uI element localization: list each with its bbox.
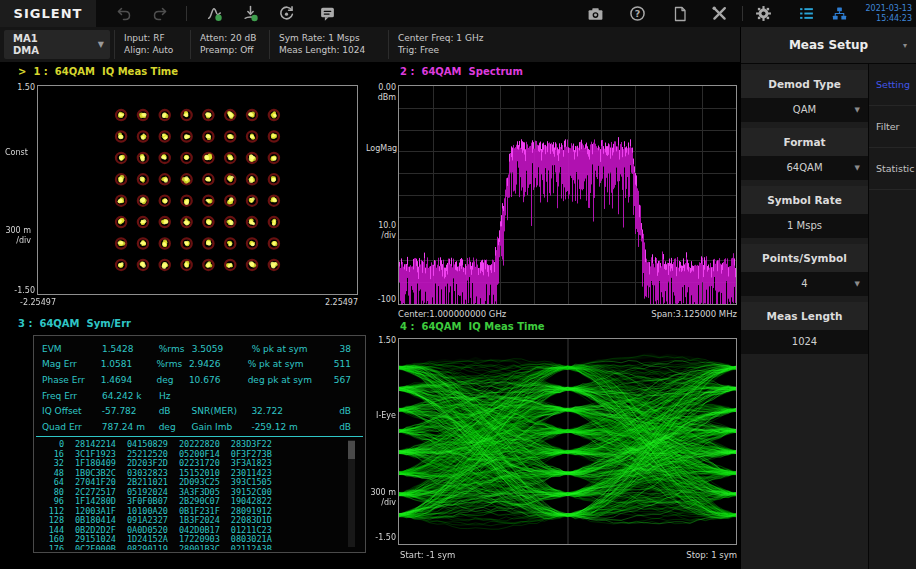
symbol-rate-current: 1 Msps	[787, 220, 822, 231]
meter-select-dropdown[interactable]: MA1 DMA ▼	[4, 30, 110, 59]
stat-unit: dB	[159, 406, 192, 416]
tools-icon[interactable]	[711, 5, 728, 22]
window4-format: 64QAM	[421, 321, 461, 332]
symerr-row: Phase Err 1.4694 deg 10.676 deg pk at sy…	[42, 372, 351, 388]
points-symbol-current: 4	[801, 278, 807, 289]
symerr-table[interactable]: EVM 1.5428 %rms 3.5059 % pk at sym 38 Ma…	[33, 335, 366, 553]
analyzer-screen: SIGLENT	[0, 0, 916, 569]
status-cell-centerfreq: Center Freq: 1 GHz Trig: Free	[388, 30, 538, 59]
lan-icon[interactable]	[831, 5, 848, 22]
meas-length-value[interactable]: 1024 ▼	[741, 330, 868, 354]
tab-setting[interactable]: Setting	[869, 64, 916, 106]
window3-format: 64QAM	[39, 318, 79, 329]
format-value[interactable]: 64QAM ▼	[741, 156, 868, 180]
window1-selector: >	[18, 66, 26, 77]
hex-word: 0C2F000B	[75, 545, 116, 550]
symerr-row: EVM 1.5428 %rms 3.5059 % pk at sym 38	[42, 341, 351, 357]
constellation-plot[interactable]	[37, 85, 358, 295]
symerr-stats: EVM 1.5428 %rms 3.5059 % pk at sym 38 Ma…	[42, 341, 351, 435]
stat-pk-label: deg pk at sym	[248, 375, 334, 385]
w4-stop-label: Stop: 1 sym	[637, 550, 737, 560]
stat-value-rms: 1.5428	[102, 344, 159, 354]
panel-header[interactable]: Meas Setup ▾	[741, 27, 916, 64]
symbol-rate-value[interactable]: 1 Msps ▼	[741, 214, 868, 238]
tab-filter[interactable]: Filter	[869, 106, 916, 148]
panel-tabs: Setting Filter Statistic	[868, 64, 916, 569]
window2-name: Spectrum	[469, 66, 523, 77]
window1-format: 64QAM	[55, 66, 95, 77]
section-meas-length: Meas Length 1024 ▼	[741, 302, 868, 354]
w4-scale-unit-label: /div	[366, 498, 396, 507]
w1-scale-unit-label: /div	[5, 236, 31, 245]
toolbar-separator	[742, 6, 743, 21]
scrollbar-thumb[interactable]	[348, 441, 355, 459]
top-toolbar: SIGLENT	[0, 0, 916, 27]
stat-name: EVM	[42, 344, 102, 354]
w4-y-top-label: 1.50	[366, 336, 396, 345]
peak-search-icon[interactable]	[206, 5, 223, 22]
undo-icon[interactable]	[115, 5, 132, 22]
stat-unit: %rms	[157, 359, 189, 369]
w4-y-bottom-label: -1.50	[366, 533, 396, 542]
panel-sections: Demod Type QAM ▼ Format 64QAM ▼ Symbol R…	[741, 64, 868, 569]
camera-icon[interactable]	[587, 5, 604, 22]
section-demod-type: Demod Type QAM ▼	[741, 70, 868, 122]
message-icon[interactable]	[319, 5, 336, 22]
w2-ref-level-label: 0.00	[366, 83, 396, 92]
symbol-hexdump: 0 28142214 04150829 20222820 283D3F22 16…	[38, 440, 347, 550]
w1-trace-label: Const	[5, 148, 28, 157]
chevron-down-icon: ▼	[855, 98, 860, 122]
chevron-down-icon: ▼	[98, 40, 104, 49]
stat-value-pk: Gain Imb	[192, 422, 252, 432]
w2-scale-unit-label: /div	[366, 231, 396, 240]
window3-title[interactable]: 3 :64QAMSym/Err	[18, 318, 138, 329]
stat-name: Freq Err	[42, 391, 102, 401]
window2-title[interactable]: 2 :64QAMSpectrum	[400, 66, 530, 77]
history-icon[interactable]	[278, 5, 295, 22]
status-cell-atten: Atten: 20 dB Preamp: Off	[190, 30, 265, 59]
w2-ref-unit-label: dBm	[366, 93, 396, 102]
stat-unit: %rms	[159, 344, 192, 354]
tab-statistic[interactable]: Statistic	[869, 148, 916, 190]
points-symbol-value[interactable]: 4 ▼	[741, 272, 868, 296]
section-symbol-rate: Symbol Rate 1 Msps ▼	[741, 186, 868, 238]
window4-title[interactable]: 4 :64QAMIQ Meas Time	[400, 321, 552, 332]
status-trig: Trig: Free	[398, 44, 538, 56]
window2-format: 64QAM	[421, 66, 461, 77]
redo-icon[interactable]	[151, 5, 168, 22]
hexdump-scrollbar[interactable]	[348, 440, 355, 547]
marker-icon[interactable]	[242, 5, 259, 22]
spectrum-plot[interactable]	[398, 85, 737, 305]
section-points-symbol: Points/Symbol 4 ▼	[741, 244, 868, 296]
stat-value-rms: -57.782	[102, 406, 159, 416]
status-cell-symrate: Sym Rate: 1 Msps Meas Length: 1024	[269, 30, 384, 59]
eye-diagram-canvas	[399, 339, 736, 544]
stat-value-pk: 10.676	[189, 375, 248, 385]
stat-value-rms: 787.24 m	[102, 422, 159, 432]
datetime: 2021-03-13 15:44:23	[862, 4, 912, 24]
symerr-row: Quad Err 787.24 m deg Gain Imb -259.12 m…	[42, 419, 351, 435]
eye-diagram-plot[interactable]	[398, 338, 737, 545]
w2-span-label: Span:3.125000 MHz	[587, 309, 737, 319]
stat-pk-sym: 511	[334, 359, 351, 369]
meter-name: MA1	[13, 33, 98, 45]
status-input: Input: RF	[124, 32, 186, 44]
stat-value-pk: 2.9426	[189, 359, 248, 369]
chevron-down-icon: ▾	[903, 41, 907, 50]
demod-type-value[interactable]: QAM ▼	[741, 98, 868, 122]
window1-title[interactable]: >1 :64QAMIQ Meas Time	[18, 66, 185, 77]
w1-x-left-label: -2.25497	[20, 298, 56, 307]
svg-text:?: ?	[635, 8, 641, 19]
hex-addr: 176	[38, 545, 64, 550]
stat-value-rms: 64.242 k	[102, 391, 159, 401]
file-icon[interactable]	[671, 5, 688, 22]
help-icon[interactable]: ?	[629, 5, 646, 22]
status-symrate: Sym Rate: 1 Msps	[279, 32, 384, 44]
status-atten: Atten: 20 dB	[200, 32, 265, 44]
w4-scale-label: 300 m	[366, 488, 396, 497]
spectrum-canvas	[399, 86, 736, 304]
window1-index: 1 :	[33, 66, 47, 77]
gear-icon[interactable]	[755, 5, 772, 22]
list-icon[interactable]	[798, 5, 815, 22]
meter-mode: DMA	[13, 45, 98, 57]
